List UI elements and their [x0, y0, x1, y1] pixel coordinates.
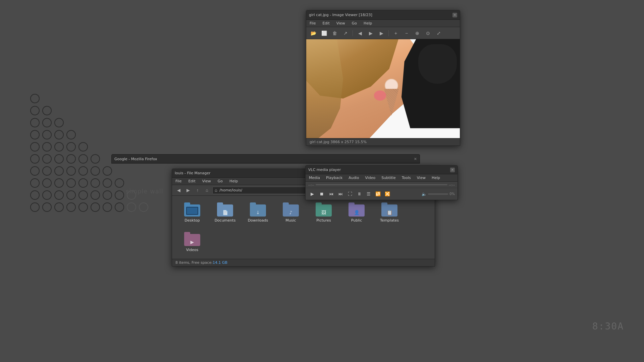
folder-templates[interactable]: 📋 Templates	[376, 201, 403, 224]
vlc-seekbar[interactable]	[316, 184, 447, 185]
folder-pictures[interactable]: 🖼 Pictures	[310, 201, 337, 224]
menu-go[interactable]: Go	[351, 20, 358, 26]
vlc-window: VLC media player ✕ Media Playback Audio …	[305, 165, 458, 200]
delete-button[interactable]: 🗑	[330, 29, 339, 37]
firefox-window[interactable]: Google - Mozilla Firefox ✕	[111, 154, 420, 164]
folder-desktop[interactable]: Desktop	[179, 201, 206, 224]
vlc-menu-help[interactable]: Help	[430, 175, 441, 181]
toolbar-separator	[353, 30, 353, 36]
vlc-volume-icon: 🔈	[422, 192, 427, 196]
rotate-button[interactable]: ⤢	[434, 29, 443, 37]
fm-menu-view[interactable]: View	[201, 178, 212, 184]
folder-downloads[interactable]: ↓ Downloads	[245, 201, 271, 224]
vlc-menu-subtitle[interactable]: Subtitle	[380, 175, 397, 181]
vlc-title: VLC media player	[308, 168, 450, 172]
fm-status-count: 8 items, Free space:	[175, 260, 213, 265]
fm-path-text: /home/louis/	[219, 188, 242, 192]
open-button[interactable]: 📂	[309, 29, 318, 37]
vlc-controls-bar: ▶ ⏹ ⏮ ⏭ ⛶ ⏸ ☰ 🔁 🔀 🔈 0%	[306, 188, 458, 200]
public-icon-overlay: 👤	[354, 210, 360, 215]
image-display	[306, 39, 460, 138]
image-info-text: girl cat.jpg 3866 x 2577 15.5%	[310, 140, 367, 144]
folder-desktop-label: Desktop	[184, 218, 200, 223]
folder-documents[interactable]: 📄 Documents	[212, 201, 238, 224]
zoom-fit-button[interactable]: ⊕	[413, 29, 422, 37]
folder-videos[interactable]: ▶ Videos	[179, 230, 206, 254]
next-button[interactable]: ▶	[377, 29, 386, 37]
pictures-folder-icon: 🖼	[316, 202, 332, 217]
vlc-menu-media[interactable]: Media	[308, 175, 321, 181]
vlc-menu-video[interactable]: Video	[364, 175, 377, 181]
firefox-title: Google - Mozilla Firefox	[114, 157, 414, 161]
fm-menu-file[interactable]: File	[174, 178, 183, 184]
zoom-reset-button[interactable]: ⊙	[424, 29, 432, 37]
image-viewer-titlebar[interactable]: girl cat.jpg - Image Viewer [18/23] ✕	[306, 10, 460, 20]
vlc-menu-tools[interactable]: Tools	[400, 175, 412, 181]
music-folder-icon: ♪	[283, 202, 299, 217]
image-viewer-menubar: File Edit View Go Help	[306, 20, 460, 27]
vlc-seekbar-area: --:-- --:--	[306, 182, 458, 188]
templates-icon-overlay: 📋	[387, 210, 392, 215]
desktop-screen-decoration	[186, 207, 198, 215]
prev-button[interactable]: ◀	[356, 29, 364, 37]
fm-menu-go[interactable]: Go	[216, 178, 224, 184]
vlc-shuffle-button[interactable]: 🔀	[383, 190, 391, 198]
vlc-play-button[interactable]: ▶	[308, 190, 316, 198]
menu-view[interactable]: View	[335, 20, 346, 26]
music-icon-overlay: ♪	[289, 210, 292, 215]
folder-music-label: Music	[285, 218, 296, 223]
file-manager-files-area: Desktop 📄 Documents ↓ Downloads	[172, 196, 435, 259]
file-manager-statusbar: 8 items, Free space: 14.1 GB	[172, 259, 435, 266]
folder-public-label: Public	[351, 218, 362, 223]
folder-templates-label: Templates	[380, 218, 399, 223]
vlc-fullscreen-button[interactable]: ⛶	[346, 190, 354, 198]
public-folder-icon: 👤	[348, 202, 365, 217]
vlc-time-start: --:--	[308, 183, 314, 187]
videos-icon-overlay: ▶	[191, 239, 194, 245]
fullscreen-button[interactable]: ⬜	[320, 29, 328, 37]
image-viewer-window: girl cat.jpg - Image Viewer [18/23] ✕ Fi…	[306, 10, 460, 146]
vlc-menubar: Media Playback Audio Video Subtitle Tool…	[306, 174, 458, 182]
menu-file[interactable]: File	[308, 20, 317, 26]
vlc-next-button[interactable]: ⏭	[336, 190, 344, 198]
vlc-loop-button[interactable]: 🔁	[374, 190, 382, 198]
vlc-menu-audio[interactable]: Audio	[347, 175, 360, 181]
share-button[interactable]: ↗	[341, 29, 350, 37]
vlc-menu-view[interactable]: View	[416, 175, 427, 181]
zoom-out-button[interactable]: −	[402, 29, 411, 37]
fm-menu-edit[interactable]: Edit	[187, 178, 197, 184]
templates-folder-icon: 📋	[381, 202, 397, 217]
zoom-in-button[interactable]: +	[391, 29, 400, 37]
folder-music[interactable]: ♪ Music	[277, 201, 304, 224]
folder-public[interactable]: 👤 Public	[343, 201, 370, 224]
clock-display: 8:30A	[592, 321, 624, 332]
downloads-folder-icon: ↓	[250, 202, 266, 217]
play-button[interactable]: ▶	[366, 29, 375, 37]
vlc-stop-button[interactable]: ⏹	[318, 190, 326, 198]
fm-menu-help[interactable]: Help	[228, 178, 239, 184]
vlc-playlist-button[interactable]: ☰	[365, 190, 373, 198]
folder-videos-label: Videos	[186, 248, 199, 252]
vlc-volume-label: 0%	[449, 192, 455, 196]
vlc-prev-button[interactable]: ⏮	[327, 190, 335, 198]
vlc-titlebar[interactable]: VLC media player ✕	[306, 166, 458, 174]
pictures-icon-overlay: 🖼	[321, 210, 326, 215]
vlc-close-button[interactable]: ✕	[450, 168, 455, 172]
fm-up-button[interactable]: ↑	[194, 187, 202, 194]
menu-edit[interactable]: Edit	[321, 20, 331, 26]
toolbar-separator-2	[388, 30, 389, 36]
image-viewer-toolbar: 📂 ⬜ 🗑 ↗ ◀ ▶ ▶ + − ⊕ ⊙ ⤢	[306, 27, 460, 39]
fm-back-button[interactable]: ◀	[175, 187, 183, 194]
vlc-menu-playback[interactable]: Playback	[325, 175, 344, 181]
menu-help[interactable]: Help	[362, 20, 373, 26]
fm-forward-button[interactable]: ▶	[184, 187, 192, 194]
vlc-pause-button[interactable]: ⏸	[355, 190, 363, 198]
vlc-volume-slider[interactable]	[428, 193, 448, 195]
simple-wall-label: simple wall	[126, 188, 163, 195]
image-viewer-title: girl cat.jpg - Image Viewer [18/23]	[309, 13, 452, 17]
firefox-close-icon[interactable]: ✕	[414, 157, 417, 161]
fm-home-button[interactable]: ⌂	[203, 187, 211, 194]
image-viewer-close-button[interactable]: ✕	[452, 13, 457, 17]
documents-folder-icon: 📄	[217, 202, 233, 217]
image-viewer-statusbar: girl cat.jpg 3866 x 2577 15.5%	[306, 138, 460, 145]
